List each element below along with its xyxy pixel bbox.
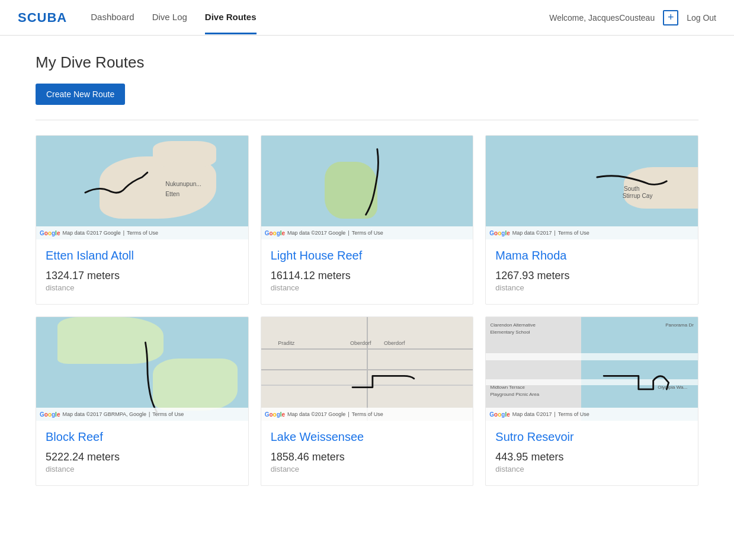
route-name-mama[interactable]: Mama Rhoda: [495, 249, 688, 263]
route-map-lake: Praditz Oberdorf Oberdorf Google Map dat…: [261, 317, 473, 421]
route-path-svg: Nukunupun... Etten: [36, 136, 248, 239]
route-name-sutro[interactable]: Sutro Resevoir: [495, 430, 688, 444]
route-name-lighthouse[interactable]: Light House Reef: [271, 249, 464, 263]
welcome-text: Welcome, JacquesCousteau: [549, 13, 655, 23]
route-map-mama: South Stirrup Cay Google Map data ©2017 …: [486, 136, 698, 239]
navbar: SCUBA Dashboard Dive Log Dive Routes Wel…: [0, 0, 734, 36]
map-separator: |: [348, 411, 349, 417]
nav-right: Welcome, JacquesCousteau + Log Out: [549, 10, 716, 25]
svg-text:Etten: Etten: [165, 191, 180, 197]
site-logo: SCUBA: [18, 10, 67, 25]
plus-button[interactable]: +: [663, 10, 678, 25]
nav-links: Dashboard Dive Log Dive Routes: [91, 1, 256, 34]
page-title: My Dive Routes: [36, 53, 698, 72]
route-name-block[interactable]: Block Reef: [46, 430, 239, 444]
page-content: My Dive Routes Create New Route Nukunupu…: [0, 36, 734, 504]
map-credit-bar: Google Map data ©2017 Google | Terms of …: [36, 226, 248, 239]
route-distance-lake: 1858.46 meters: [271, 451, 464, 463]
route-distance-sutro: 443.95 meters: [495, 451, 688, 463]
route-info-mama: Mama Rhoda 1267.93 meters distance: [486, 239, 698, 304]
route-path-svg: [261, 317, 473, 421]
route-map-etten: Nukunupun... Etten Google Map data ©2017…: [36, 136, 248, 239]
svg-text:Nukunupun...: Nukunupun...: [165, 181, 201, 187]
route-info-lighthouse: Light House Reef 16114.12 meters distanc…: [261, 239, 473, 304]
route-card-sutro[interactable]: Clarendon Alternative Elementary School …: [485, 316, 698, 486]
nav-divelog[interactable]: Dive Log: [152, 1, 187, 34]
nav-diveroutes[interactable]: Dive Routes: [205, 1, 257, 34]
google-logo: Google: [265, 230, 285, 236]
google-logo: Google: [489, 411, 509, 418]
map-separator: |: [348, 230, 349, 236]
map-credit-bar: Google Map data ©2017 Google | Terms of …: [261, 408, 473, 421]
map-credit-bar: Google Map data ©2017 | Terms of Use: [486, 408, 698, 421]
route-distance-lighthouse: 16114.12 meters: [271, 270, 464, 282]
route-info-etten: Etten Island Atoll 1324.17 meters distan…: [36, 239, 248, 304]
route-name-lake[interactable]: Lake Weissensee: [271, 430, 464, 444]
route-name-etten[interactable]: Etten Island Atoll: [46, 249, 239, 263]
route-path-svg: [261, 136, 473, 239]
route-distance-label-sutro: distance: [495, 465, 688, 473]
google-logo: Google: [40, 411, 60, 418]
route-map-sutro: Clarendon Alternative Elementary School …: [486, 317, 698, 421]
create-route-button[interactable]: Create New Route: [36, 84, 125, 105]
route-map-lighthouse: Google Map data ©2017 Google | Terms of …: [261, 136, 473, 239]
route-map-block: Google Map data ©2017 GBRMPA, Google | T…: [36, 317, 248, 421]
route-distance-label-lighthouse: distance: [271, 283, 464, 292]
route-card-lighthouse[interactable]: Google Map data ©2017 Google | Terms of …: [261, 135, 474, 305]
route-distance-label-etten: distance: [46, 283, 239, 292]
route-card-block[interactable]: Google Map data ©2017 GBRMPA, Google | T…: [36, 316, 249, 486]
route-distance-etten: 1324.17 meters: [46, 270, 239, 282]
map-credit-bar: Google Map data ©2017 GBRMPA, Google | T…: [36, 408, 248, 421]
svg-text:South: South: [624, 185, 640, 192]
route-distance-block: 5222.24 meters: [46, 451, 239, 463]
map-credit-bar: Google Map data ©2017 | Terms of Use: [486, 226, 698, 239]
routes-grid: Nukunupun... Etten Google Map data ©2017…: [36, 135, 698, 486]
terms-of-use: Terms of Use: [558, 411, 589, 417]
route-info-lake: Lake Weissensee 1858.46 meters distance: [261, 421, 473, 485]
nav-dashboard[interactable]: Dashboard: [91, 1, 134, 34]
map-credit: Map data ©2017: [512, 230, 552, 236]
route-card-etten[interactable]: Nukunupun... Etten Google Map data ©2017…: [36, 135, 249, 305]
map-credit: Map data ©2017 GBRMPA, Google: [62, 411, 146, 417]
route-path-svg: South Stirrup Cay: [486, 136, 698, 239]
route-distance-label-block: distance: [46, 465, 239, 473]
route-distance-mama: 1267.93 meters: [495, 270, 688, 282]
map-separator: |: [554, 411, 555, 417]
logout-link[interactable]: Log Out: [687, 13, 716, 23]
route-card-mama[interactable]: South Stirrup Cay Google Map data ©2017 …: [485, 135, 698, 305]
terms-of-use: Terms of Use: [127, 230, 158, 236]
map-credit: Map data ©2017 Google: [62, 230, 120, 236]
route-info-block: Block Reef 5222.24 meters distance: [36, 421, 248, 485]
route-info-sutro: Sutro Resevoir 443.95 meters distance: [486, 421, 698, 485]
map-credit: Map data ©2017 Google: [287, 411, 345, 417]
svg-text:Stirrup Cay: Stirrup Cay: [623, 193, 653, 199]
map-separator: |: [149, 411, 150, 417]
route-path-svg: [36, 317, 248, 421]
google-logo: Google: [489, 230, 509, 236]
google-logo: Google: [40, 230, 60, 236]
route-distance-label-mama: distance: [495, 283, 688, 292]
terms-of-use: Terms of Use: [558, 230, 589, 236]
map-credit: Map data ©2017 Google: [287, 230, 345, 236]
route-card-lake[interactable]: Praditz Oberdorf Oberdorf Google Map dat…: [261, 316, 474, 486]
route-distance-label-lake: distance: [271, 465, 464, 473]
divider: [36, 120, 698, 120]
map-credit-bar: Google Map data ©2017 Google | Terms of …: [261, 226, 473, 239]
terms-of-use: Terms of Use: [152, 411, 184, 417]
terms-of-use: Terms of Use: [352, 411, 383, 417]
map-separator: |: [554, 230, 555, 236]
map-separator: |: [123, 230, 124, 236]
map-credit: Map data ©2017: [512, 411, 552, 417]
google-logo: Google: [265, 411, 285, 418]
terms-of-use: Terms of Use: [352, 230, 383, 236]
route-path-svg: [486, 317, 698, 421]
